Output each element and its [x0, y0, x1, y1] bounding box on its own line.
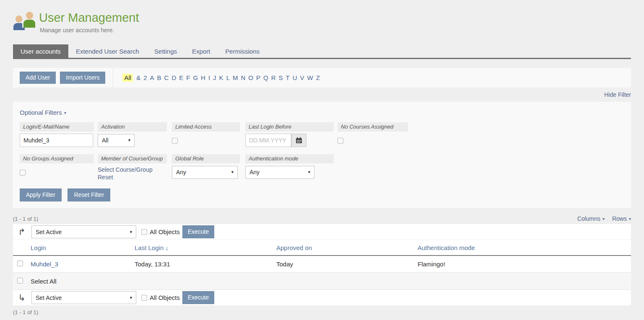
- toolbar-divider: [113, 68, 113, 87]
- tab-bar: User accounts Extended User Search Setti…: [13, 44, 631, 59]
- result-count-bottom: (1 - 1 of 1): [13, 309, 631, 315]
- row-select-checkbox[interactable]: [17, 261, 23, 266]
- alphabet-filter: All &2ABCDEFGHIJKLMNOPQRSTUVWZ: [122, 74, 322, 82]
- cell-approved-on: Today: [276, 261, 418, 268]
- optional-filters-toggle[interactable]: Optional Filters▾: [20, 109, 66, 116]
- column-header-login[interactable]: Login: [31, 244, 46, 251]
- calendar-button[interactable]: [291, 134, 306, 147]
- last-login-before-input[interactable]: [245, 134, 291, 147]
- all-objects-checkbox-top[interactable]: [141, 229, 147, 235]
- execute-button-top[interactable]: Execute: [182, 225, 215, 238]
- auth-mode-select[interactable]: Any▼: [245, 166, 314, 179]
- filter-row-1: Login/E-Mail/Name Activation All▼ Limite…: [20, 122, 624, 147]
- tab-permissions[interactable]: Permissions: [218, 44, 267, 58]
- bulk-action-bar-top: ↱ Set Active▼ All Objects Execute: [13, 224, 631, 240]
- no-courses-checkbox[interactable]: [338, 138, 343, 144]
- alpha-letter[interactable]: G: [193, 74, 198, 81]
- tab-user-accounts[interactable]: User accounts: [13, 44, 68, 58]
- table-row: Muhdel_3 Today, 13:31 Today Flamingo!: [13, 256, 631, 273]
- login-filter-label: Login/E-Mail/Name: [20, 122, 94, 132]
- select-course-group-link[interactable]: Select Course/Group: [98, 166, 172, 173]
- filter-panel: Optional Filters▾ Login/E-Mail/Name Acti…: [13, 102, 631, 208]
- select-all-checkbox[interactable]: [17, 278, 23, 284]
- chevron-down-icon: ▾: [602, 217, 605, 221]
- cell-auth-mode: Flamingo!: [418, 261, 631, 268]
- global-role-select[interactable]: Any▼: [172, 166, 238, 179]
- reset-filter-button[interactable]: Reset Filter: [68, 188, 110, 201]
- alpha-letter[interactable]: R: [271, 74, 276, 81]
- chevron-down-icon: ▼: [307, 170, 311, 174]
- page-title: User Management: [39, 11, 139, 24]
- alpha-letter[interactable]: L: [226, 74, 230, 81]
- column-header-last-login[interactable]: Last Login: [135, 244, 164, 251]
- alpha-letter[interactable]: K: [219, 74, 223, 81]
- apply-to-top-arrow-icon: ↱: [16, 228, 27, 236]
- apply-filter-button[interactable]: Apply Filter: [20, 188, 62, 201]
- chevron-down-icon: ▾: [64, 111, 66, 115]
- filter-row-2: No Groups Assigned Member of Course/Grou…: [20, 154, 624, 181]
- alpha-letter[interactable]: P: [256, 74, 260, 81]
- alpha-letter[interactable]: W: [307, 74, 313, 81]
- select-all-row: Select All: [13, 273, 631, 289]
- chevron-down-icon: ▼: [129, 230, 133, 234]
- page-subtitle: Manage user accounts here.: [40, 27, 139, 34]
- alpha-letter[interactable]: T: [286, 74, 290, 81]
- add-user-button[interactable]: Add User: [20, 72, 56, 84]
- bulk-action-select-bottom[interactable]: Set Active▼: [31, 291, 136, 304]
- alpha-letter[interactable]: J: [213, 74, 216, 81]
- result-count-top: (1 - 1 of 1): [13, 216, 38, 222]
- tab-extended-user-search[interactable]: Extended User Search: [68, 44, 147, 58]
- bulk-action-select-top[interactable]: Set Active▼: [31, 225, 136, 238]
- alpha-letter[interactable]: M: [233, 74, 238, 81]
- alpha-letter[interactable]: D: [171, 74, 176, 81]
- alpha-letter[interactable]: 2: [143, 74, 147, 81]
- alpha-letter[interactable]: O: [248, 74, 253, 81]
- alpha-letter[interactable]: &: [136, 74, 140, 81]
- page-header: User Management Manage user accounts her…: [13, 0, 631, 36]
- login-filter-input[interactable]: [20, 134, 93, 147]
- users-icon: [13, 12, 35, 32]
- results-meta: (1 - 1 of 1) Columns▾ Rows▾: [13, 214, 631, 223]
- alpha-letter[interactable]: S: [279, 74, 283, 81]
- reset-course-group-link[interactable]: Reset: [98, 173, 172, 181]
- alpha-letter[interactable]: E: [179, 74, 183, 81]
- table-header-row: Login Last Login↓ Approved on Authentica…: [13, 240, 631, 256]
- user-login-link[interactable]: Muhdel_3: [31, 261, 58, 268]
- alpha-filter-all[interactable]: All: [122, 74, 133, 82]
- alpha-letter[interactable]: Z: [316, 74, 320, 81]
- alpha-letter[interactable]: A: [150, 74, 154, 81]
- alpha-letter[interactable]: C: [164, 74, 169, 81]
- alpha-letter[interactable]: V: [300, 74, 304, 81]
- alpha-letter[interactable]: F: [186, 74, 190, 81]
- alpha-letter[interactable]: Q: [263, 74, 268, 81]
- activation-select[interactable]: All▼: [98, 134, 135, 147]
- alpha-letter[interactable]: B: [157, 74, 161, 81]
- alpha-letter[interactable]: N: [241, 74, 245, 81]
- all-objects-checkbox-bottom[interactable]: [141, 295, 147, 301]
- tab-settings[interactable]: Settings: [147, 44, 184, 58]
- rows-menu[interactable]: Rows▾: [612, 215, 631, 222]
- all-objects-label-top: All Objects: [150, 228, 180, 235]
- columns-menu[interactable]: Columns▾: [577, 215, 605, 222]
- no-groups-filter-label: No Groups Assigned: [20, 154, 94, 163]
- all-objects-label-bottom: All Objects: [150, 294, 180, 301]
- alpha-letter[interactable]: H: [201, 74, 205, 81]
- alpha-letter[interactable]: I: [208, 74, 210, 81]
- filter-buttons: Apply Filter Reset Filter: [20, 188, 624, 201]
- column-header-auth-mode[interactable]: Authentication mode: [418, 244, 475, 251]
- cell-last-login: Today, 13:31: [135, 261, 276, 268]
- column-header-approved-on[interactable]: Approved on: [276, 244, 312, 251]
- no-groups-checkbox[interactable]: [20, 170, 26, 175]
- import-users-button[interactable]: Import Users: [60, 72, 105, 84]
- global-role-filter-label: Global Role: [172, 154, 240, 163]
- calendar-icon: [296, 137, 302, 144]
- hide-filter-link[interactable]: Hide Filter: [604, 91, 631, 98]
- no-courses-filter-label: No Courses Assigned: [338, 122, 408, 132]
- hide-filter-row: Hide Filter: [13, 91, 631, 99]
- chevron-down-icon: ▼: [231, 170, 234, 174]
- tab-export[interactable]: Export: [184, 44, 218, 58]
- limited-access-checkbox[interactable]: [172, 138, 178, 144]
- chevron-down-icon: ▾: [629, 217, 631, 221]
- alpha-letter[interactable]: U: [293, 74, 297, 81]
- execute-button-bottom[interactable]: Execute: [182, 291, 215, 304]
